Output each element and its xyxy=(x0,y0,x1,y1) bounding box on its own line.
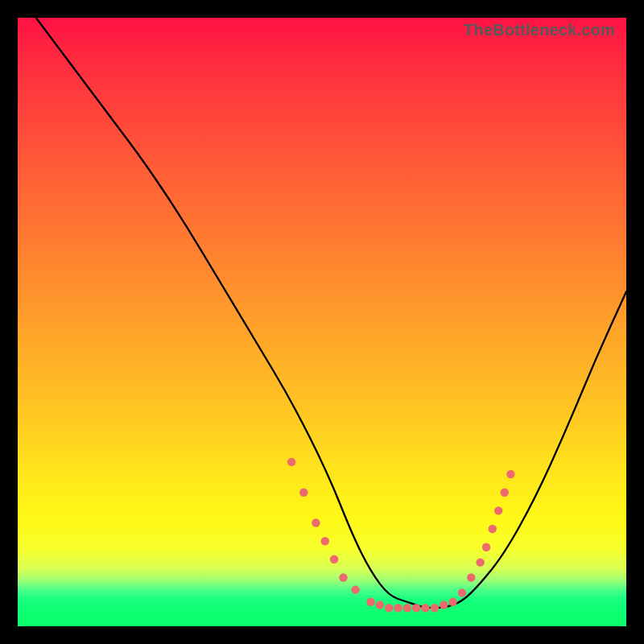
sample-dot xyxy=(321,537,329,545)
sample-dot xyxy=(467,573,475,581)
sample-dot xyxy=(403,604,411,612)
sample-dot xyxy=(440,601,448,609)
sample-dot xyxy=(299,489,308,497)
sample-dot xyxy=(506,470,514,478)
sample-dot xyxy=(448,598,456,606)
sample-dot xyxy=(476,558,484,566)
sample-dot xyxy=(351,585,359,593)
sample-dot xyxy=(394,604,402,612)
sample-dot xyxy=(376,601,384,609)
sample-dot xyxy=(458,588,466,597)
sample-dot xyxy=(501,489,509,497)
sample-dot xyxy=(412,604,420,612)
curve-sample-dots xyxy=(18,18,626,626)
sample-dot xyxy=(431,604,439,612)
sample-dot xyxy=(287,458,295,466)
sample-dot xyxy=(385,604,393,612)
figure-frame: TheBottleneck.com xyxy=(0,0,644,644)
sample-dot xyxy=(330,555,338,564)
sample-dot xyxy=(494,506,502,514)
sample-dot xyxy=(312,518,320,526)
sample-dot xyxy=(421,604,429,612)
sample-dot xyxy=(339,573,347,581)
sample-dot xyxy=(489,525,497,533)
sample-dot xyxy=(482,543,490,551)
plot-area: TheBottleneck.com xyxy=(18,18,626,626)
sample-dot xyxy=(366,598,374,606)
